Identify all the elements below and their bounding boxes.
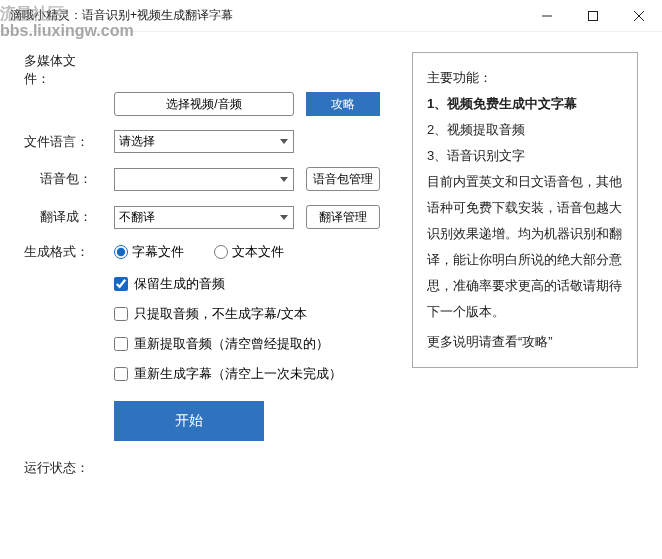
label-file-lang: 文件语言： <box>24 133 96 151</box>
checkbox-keep-audio-input[interactable] <box>114 277 128 291</box>
radio-text[interactable]: 文本文件 <box>214 243 284 261</box>
label-voice-pack: 语音包： <box>24 170 96 188</box>
file-language-select[interactable] <box>114 130 294 153</box>
radio-text-input[interactable] <box>214 245 228 259</box>
label-multimedia: 多媒体文件： <box>24 52 96 88</box>
start-button[interactable]: 开始 <box>114 401 264 441</box>
svg-rect-1 <box>589 12 598 21</box>
panel-item3: 3、语音识别文字 <box>427 143 623 169</box>
select-media-button[interactable]: 选择视频/音频 <box>114 92 294 116</box>
checkbox-re-extract[interactable]: 重新提取音频（清空曾经提取的） <box>114 335 404 353</box>
label-translate-to: 翻译成： <box>24 208 96 226</box>
voice-pack-select[interactable] <box>114 168 294 191</box>
panel-heading: 主要功能： <box>427 65 623 91</box>
strategy-button[interactable]: 攻略 <box>306 92 380 116</box>
translate-manage-button[interactable]: 翻译管理 <box>306 205 380 229</box>
checkbox-only-audio-input[interactable] <box>114 307 128 321</box>
radio-subtitle-input[interactable] <box>114 245 128 259</box>
checkbox-only-audio[interactable]: 只提取音频，不生成字幕/文本 <box>114 305 404 323</box>
panel-footer: 更多说明请查看“攻略” <box>427 329 623 355</box>
minimize-button[interactable] <box>524 0 570 32</box>
maximize-button[interactable] <box>570 0 616 32</box>
panel-item1: 1、视频免费生成中文字幕 <box>427 91 623 117</box>
label-status: 运行状态： <box>24 459 96 477</box>
titlebar: 滴哦小精灵：语音识别+视频生成翻译字幕 <box>0 0 662 32</box>
radio-subtitle[interactable]: 字幕文件 <box>114 243 184 261</box>
checkbox-re-subtitle[interactable]: 重新生成字幕（清空上一次未完成） <box>114 365 404 383</box>
checkbox-re-extract-input[interactable] <box>114 337 128 351</box>
checkbox-re-subtitle-input[interactable] <box>114 367 128 381</box>
panel-item2: 2、视频提取音频 <box>427 117 623 143</box>
window-title: 滴哦小精灵：语音识别+视频生成翻译字幕 <box>10 7 233 24</box>
info-panel: 主要功能： 1、视频免费生成中文字幕 2、视频提取音频 3、语音识别文字 目前内… <box>412 52 638 368</box>
translate-to-select[interactable] <box>114 206 294 229</box>
voice-pack-manage-button[interactable]: 语音包管理 <box>306 167 380 191</box>
label-output-format: 生成格式： <box>24 243 96 261</box>
panel-body: 目前内置英文和日文语音包，其他语种可免费下载安装，语音包越大识别效果递增。均为机… <box>427 169 623 325</box>
window-controls <box>524 0 662 32</box>
checkbox-keep-audio[interactable]: 保留生成的音频 <box>114 275 404 293</box>
close-button[interactable] <box>616 0 662 32</box>
